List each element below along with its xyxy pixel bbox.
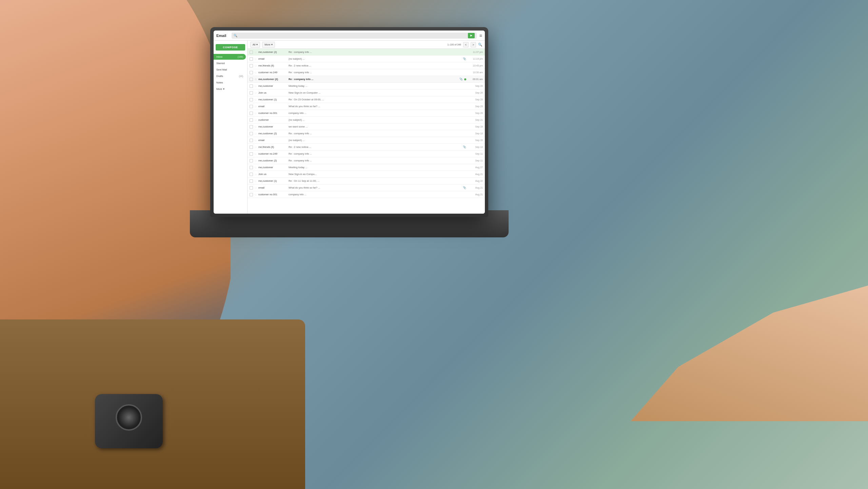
star-icon[interactable]: ☆: [254, 105, 257, 108]
email-row[interactable]: ☆ me,customer (1) Re : On 23 October at …: [248, 96, 485, 103]
star-icon[interactable]: ☆: [254, 139, 257, 142]
email-subject: Re : company info ...: [289, 132, 466, 135]
attachment-icon: 📎: [463, 186, 466, 189]
star-icon[interactable]: ☆: [254, 179, 257, 183]
email-date: Sep 13: [468, 146, 483, 148]
star-icon[interactable]: ☆: [254, 112, 257, 115]
email-date: Sep 15: [468, 139, 483, 141]
sidebar-item-more[interactable]: More ▾: [214, 86, 247, 92]
hamburger-menu-icon[interactable]: ≡: [479, 33, 482, 38]
star-icon[interactable]: ☆: [254, 193, 257, 196]
sidebar-more-label: More: [216, 87, 222, 91]
sidebar-item-notes[interactable]: Notes: [214, 80, 246, 85]
email-row[interactable]: ☆ email What do you think so far? ... 📎 …: [248, 184, 485, 191]
email-checkbox[interactable]: [250, 84, 253, 88]
email-checkbox[interactable]: [250, 132, 253, 135]
email-row[interactable]: ☆ me,customer (2) Re : company info ... …: [248, 157, 485, 164]
email-subject: Re : On 11 Sep at 11:00, ...: [289, 179, 466, 182]
email-checkbox[interactable]: [250, 152, 253, 156]
search-button[interactable]: ▶: [468, 33, 475, 38]
email-row[interactable]: ☆ customer no.249 Re : company info ... …: [248, 69, 485, 76]
star-icon[interactable]: ☆: [254, 51, 257, 54]
email-row[interactable]: ☆ me,customer (2) Re : company info ... …: [248, 76, 485, 83]
email-row[interactable]: ☆ email (no subject) ... 📎 11:15 pm: [248, 56, 485, 62]
email-row[interactable]: ☆ email (no subject) ... Sep 15: [248, 137, 485, 144]
star-icon[interactable]: ☆: [254, 152, 257, 156]
email-checkbox[interactable]: [250, 173, 253, 176]
email-checkbox[interactable]: [250, 105, 253, 108]
email-checkbox[interactable]: [250, 51, 253, 54]
all-filter-button[interactable]: All ▾: [250, 42, 260, 48]
star-icon[interactable]: ☆: [254, 159, 257, 162]
email-row[interactable]: ☆ me,customer (2) Re : company info ... …: [248, 49, 485, 56]
more-filter-button[interactable]: More ▾: [262, 42, 275, 48]
email-checkbox[interactable]: [250, 98, 253, 101]
star-icon[interactable]: ☆: [254, 173, 257, 176]
email-checkbox[interactable]: [250, 186, 253, 190]
star-icon[interactable]: ☆: [254, 166, 257, 169]
email-checkbox[interactable]: [250, 91, 253, 95]
email-date: Sep 23: [468, 105, 483, 107]
star-icon[interactable]: ☆: [254, 57, 257, 61]
prev-page-button[interactable]: <: [463, 42, 469, 47]
email-row[interactable]: ☆ customer (no subject) ... Sep 21: [248, 117, 485, 123]
star-icon[interactable]: ☆: [254, 98, 257, 101]
email-row[interactable]: ☆ Join us New Sign-in as Compu... Aug 21: [248, 171, 485, 178]
email-checkbox[interactable]: [250, 78, 253, 81]
email-checkbox[interactable]: [250, 112, 253, 115]
email-date: 10:45 pm: [468, 64, 483, 67]
email-row[interactable]: ☆ me,friends (6) Re : 2 new notioa ... 1…: [248, 62, 485, 69]
email-row[interactable]: ☆ me,customer Meeting today ... Sep 24: [248, 83, 485, 90]
laptop-display: Email 🔍 ▶ ≡ COMPOSE Inbox (169): [214, 31, 485, 214]
star-icon[interactable]: ☆: [254, 78, 257, 81]
email-checkbox[interactable]: [250, 125, 253, 129]
email-row[interactable]: ☆ customer no.249 Re : company info ... …: [248, 151, 485, 157]
sidebar-item-sent[interactable]: Sent Mail: [214, 67, 246, 73]
email-row[interactable]: ☆ me,friends (6) Re : 2 new notioa ... 📎…: [248, 144, 485, 151]
star-icon[interactable]: ☆: [254, 71, 257, 74]
email-checkbox[interactable]: [250, 179, 253, 183]
email-list-toolbar: All ▾ More ▾ 1–100 of 346 < > 🔍: [248, 41, 485, 49]
star-icon[interactable]: ☆: [254, 132, 257, 135]
email-row[interactable]: ☆ me,customer Meeting today ... Aug 27: [248, 164, 485, 171]
email-checkbox[interactable]: [250, 166, 253, 169]
email-checkbox[interactable]: [250, 118, 253, 122]
email-row[interactable]: ☆ me,customer (2) Re : company info ... …: [248, 130, 485, 137]
star-icon[interactable]: ☆: [254, 145, 257, 149]
email-row[interactable]: ☆ Join us New Sign-in on Computer ... Se…: [248, 90, 485, 96]
email-row[interactable]: ☆ me,customer we want some ... Sep 19: [248, 123, 485, 130]
sidebar-inbox-label: Inbox: [216, 55, 222, 58]
email-date: Aug 21: [468, 187, 483, 189]
email-row[interactable]: ☆ customer no.001 company info ... Sep 2…: [248, 110, 485, 117]
star-icon[interactable]: ☆: [254, 186, 257, 190]
star-icon[interactable]: ☆: [254, 84, 257, 88]
camera-prop: [95, 394, 163, 448]
email-date: 11:15 pm: [468, 58, 483, 60]
sidebar-item-inbox[interactable]: Inbox (169): [214, 54, 246, 60]
email-checkbox[interactable]: [250, 193, 253, 196]
star-icon[interactable]: ☆: [254, 118, 257, 122]
star-icon[interactable]: ☆: [254, 91, 257, 95]
sidebar-item-starred[interactable]: Starred: [214, 60, 246, 66]
star-icon[interactable]: ☆: [254, 64, 257, 67]
next-page-button[interactable]: >: [471, 42, 476, 47]
email-app: Email 🔍 ▶ ≡ COMPOSE Inbox (169): [214, 31, 485, 214]
email-row[interactable]: ☆ email What do you think so far? ... Se…: [248, 103, 485, 110]
compose-button[interactable]: COMPOSE: [216, 44, 245, 51]
email-checkbox[interactable]: [250, 139, 253, 142]
email-row[interactable]: ☆ customer no.001 company info ... Aug 2…: [248, 191, 485, 198]
email-checkbox[interactable]: [250, 71, 253, 74]
email-sender: me,customer (2): [258, 51, 287, 54]
email-checkbox[interactable]: [250, 64, 253, 67]
search-icon-toolbar[interactable]: 🔍: [478, 43, 482, 46]
email-row[interactable]: ☆ me,customer (1) Re : On 11 Sep at 11:0…: [248, 178, 485, 184]
attachment-icon: 📎: [463, 57, 466, 60]
email-subject: (no subject) ...: [289, 118, 466, 121]
email-checkbox[interactable]: [250, 57, 253, 61]
email-sender: me,customer (1): [258, 179, 287, 182]
sidebar-item-drafts[interactable]: Drafts (10): [214, 73, 246, 79]
email-checkbox[interactable]: [250, 145, 253, 149]
search-input[interactable]: [239, 34, 466, 38]
star-icon[interactable]: ☆: [254, 125, 257, 129]
email-checkbox[interactable]: [250, 159, 253, 162]
